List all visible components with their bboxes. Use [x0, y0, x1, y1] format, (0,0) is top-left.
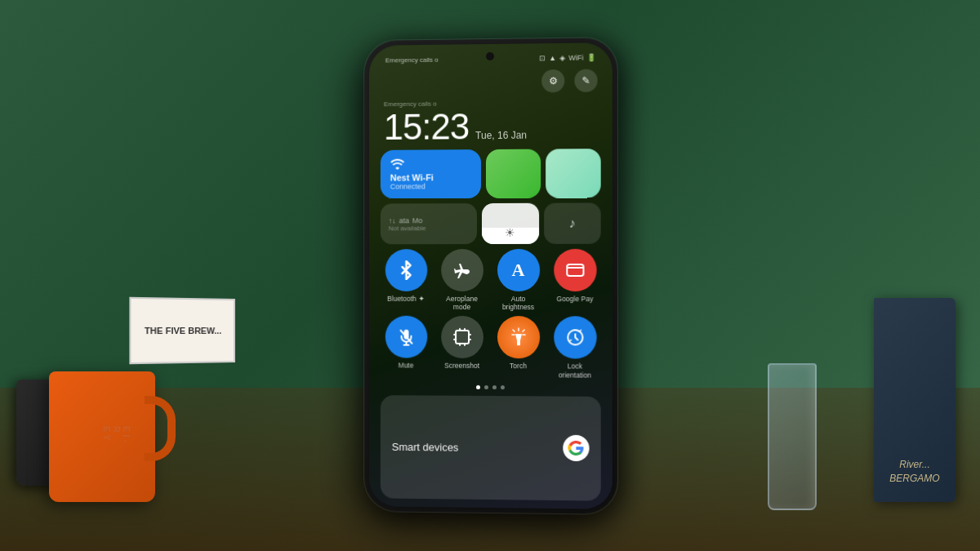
green-tile[interactable] — [486, 149, 541, 198]
book-text: River... BERGAMO — [874, 458, 956, 486]
smart-devices-row[interactable]: Smart devices — [381, 394, 601, 500]
lock-orientation-toggle[interactable]: Lockorientation — [549, 316, 601, 379]
toggles-row-2: Mute Screenshot — [381, 316, 601, 379]
wifi-tile-name: Nest Wi-Fi — [390, 172, 472, 182]
dot-4 — [500, 384, 504, 389]
mute-toggle[interactable]: Mute — [381, 316, 431, 378]
google-pay-toggle[interactable]: Google Pay — [549, 248, 601, 311]
smart-devices-label: Smart devices — [392, 440, 459, 453]
mute-label: Mute — [399, 361, 414, 369]
glass-cup — [768, 363, 817, 510]
time-section: 15:23 Tue, 16 Jan — [381, 107, 601, 144]
torch-circle — [497, 316, 539, 358]
torch-toggle[interactable]: Torch — [492, 316, 544, 379]
svg-rect-5 — [456, 331, 469, 344]
bluetooth-circle — [385, 249, 427, 291]
brightness-icon: ☀ — [505, 225, 515, 238]
brewery-sign: THE FIVE BREW... — [129, 297, 235, 364]
wifi-status-icon: ▲ — [549, 54, 556, 62]
screenshot-toggle[interactable]: Screenshot — [436, 316, 488, 379]
battery-icon: 🔋 — [587, 53, 596, 61]
page-dots — [381, 382, 601, 391]
top-actions: ⚙ ✎ — [381, 67, 601, 96]
mug-text: EI-REY — [102, 426, 131, 445]
date-display: Tue, 16 Jan — [475, 129, 527, 140]
status-left-text: Emergency calls o — [385, 56, 439, 64]
svg-rect-6 — [517, 340, 520, 345]
auto-brightness-label: Autobrightness — [502, 295, 534, 311]
screenshot-icon: ⊡ — [539, 54, 546, 62]
auto-brightness-circle: A — [497, 248, 539, 291]
edit-icon[interactable]: ✎ — [574, 69, 597, 91]
phone: Emergency calls o ⊡ ▲ ◈ WiFi 🔋 ⚙ ✎ Emerg… — [364, 38, 617, 514]
data-tile-top: ↑↓ ata Mo — [389, 216, 469, 224]
music-tile[interactable]: ♪ — [544, 202, 601, 243]
data-label1: ata — [399, 216, 409, 224]
orange-mug: EI-REY — [49, 371, 155, 502]
phone-screen: Emergency calls o ⊡ ▲ ◈ WiFi 🔋 ⚙ ✎ Emerg… — [369, 42, 612, 509]
aeroplane-circle — [441, 249, 483, 291]
book-right: River... BERGAMO — [874, 298, 956, 502]
torch-label: Torch — [510, 362, 527, 370]
dot-1 — [476, 384, 480, 389]
music-icon: ♪ — [569, 216, 576, 230]
screenshot-circle — [441, 316, 483, 358]
wifi-tile-status: Connected — [390, 182, 472, 190]
brightness-tile[interactable]: ☀ — [482, 202, 539, 243]
dot-2 — [484, 384, 488, 389]
google-pay-circle — [554, 248, 596, 291]
status-icons: ⊡ ▲ ◈ WiFi 🔋 — [539, 53, 595, 62]
bluetooth-toggle[interactable]: Bluetooth ✦ — [381, 249, 431, 311]
aeroplane-label: Aeroplanemode — [446, 294, 478, 310]
mute-circle — [385, 316, 427, 358]
lock-orientation-label: Lockorientation — [559, 362, 591, 379]
data-label2: Mo — [412, 216, 422, 224]
status-bar: Emergency calls o ⊡ ▲ ◈ WiFi 🔋 — [385, 47, 596, 69]
data-icon: ↑↓ — [389, 216, 396, 224]
data-status-icon: ◈ — [559, 53, 565, 61]
teal-tile[interactable] — [546, 149, 600, 198]
slider-row: ↑↓ ata Mo Not available ☀ ♪ — [381, 202, 601, 244]
phone-body: Emergency calls o ⊡ ▲ ◈ WiFi 🔋 ⚙ ✎ Emerg… — [364, 38, 617, 514]
google-icon — [563, 435, 589, 461]
wifi-tile[interactable]: Nest Wi-Fi Connected — [381, 149, 481, 198]
screenshot-label: Screenshot — [444, 362, 479, 370]
clock-display: 15:23 — [384, 109, 469, 145]
mobile-data-tile[interactable]: ↑↓ ata Mo Not available — [381, 203, 477, 244]
google-pay-label: Google Pay — [557, 295, 594, 303]
control-panel: ⚙ ✎ Emergency calls o 15:23 Tue, 16 Jan — [381, 67, 601, 500]
bluetooth-label: Bluetooth ✦ — [387, 294, 425, 302]
tiles-row-1: Nest Wi-Fi Connected — [381, 149, 601, 198]
dot-3 — [492, 384, 496, 389]
auto-brightness-toggle[interactable]: A Autobrightness — [492, 248, 544, 311]
svg-rect-0 — [567, 264, 583, 275]
data-tile-status: Not available — [389, 224, 469, 231]
wifi-tile-icon — [390, 158, 472, 170]
toggles-row-1: Bluetooth ✦ Aeroplanemode — [381, 248, 601, 311]
aeroplane-toggle[interactable]: Aeroplanemode — [436, 249, 488, 311]
settings-icon[interactable]: ⚙ — [541, 69, 564, 91]
lock-orientation-circle — [554, 316, 596, 358]
wifi-bars-icon: WiFi — [568, 53, 583, 61]
